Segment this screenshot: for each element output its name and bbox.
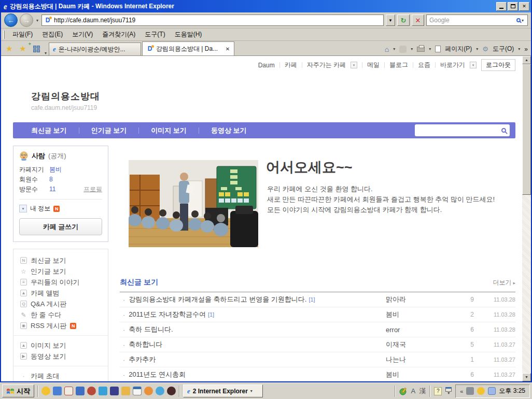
quicklaunch-icon-8[interactable] bbox=[121, 387, 130, 395]
tray-icon-3[interactable] bbox=[488, 387, 496, 395]
quicklaunch-icon-5[interactable] bbox=[87, 387, 96, 395]
link-cafe[interactable]: 카페 bbox=[285, 61, 297, 69]
tools-button[interactable]: 도구(O) bbox=[493, 45, 514, 53]
quicklaunch-icon-11[interactable] bbox=[156, 387, 164, 395]
search-input[interactable]: Google ▾ bbox=[426, 15, 528, 26]
stop-button[interactable]: ✕ bbox=[412, 15, 424, 26]
tab-onnara[interactable]: e 온-나라/이광순/예방안... bbox=[49, 42, 141, 55]
nav-popular-posts[interactable]: 인기글 보기 bbox=[79, 126, 139, 135]
sidebar-item-qna[interactable]: Q Q&A 게시판 bbox=[20, 298, 101, 309]
add-favorite-button[interactable]: ★+ bbox=[17, 42, 29, 55]
taskbar-button-ie-group[interactable]: e 2 Internet Explorer ▾ bbox=[183, 384, 263, 397]
menu-tools[interactable]: 도구(T) bbox=[140, 28, 170, 40]
post-author[interactable]: 맑아라 bbox=[386, 295, 448, 304]
my-info-toggle[interactable]: ▾ bbox=[19, 205, 27, 212]
rss-dropdown[interactable]: ▾ bbox=[411, 47, 413, 51]
tray-icon-2[interactable] bbox=[477, 387, 485, 395]
post-author[interactable]: 나는나 bbox=[386, 355, 448, 364]
rss-icon[interactable] bbox=[399, 46, 407, 53]
menu-help[interactable]: 도움말(H) bbox=[170, 28, 207, 40]
sidebar-item-popular[interactable]: ☆ 인기글 보기 bbox=[20, 266, 101, 277]
link-blog[interactable]: 블로그 bbox=[389, 61, 408, 69]
tab-cafe-active[interactable]: D 강림의용소방대 | Da... ✕ bbox=[142, 41, 234, 55]
quicklaunch-icon-3[interactable] bbox=[64, 387, 73, 395]
link-daum[interactable]: Daum bbox=[258, 62, 275, 69]
quick-tabs-button[interactable] bbox=[30, 42, 43, 55]
table-row[interactable]: · 2011년도 연시총회 봄비 6 11.03.27 bbox=[120, 367, 515, 381]
sidebar-item-image-view[interactable]: ▲ 이미지 보기 bbox=[20, 340, 101, 351]
frequent-cafe-dropdown[interactable]: ▾ bbox=[351, 62, 357, 68]
profile-link[interactable]: 프로필 bbox=[83, 184, 102, 194]
quicklaunch-icon-1[interactable] bbox=[41, 387, 50, 395]
table-row[interactable]: · 축하 드립니다. error 6 11.03.28 bbox=[120, 322, 515, 337]
print-icon[interactable] bbox=[417, 47, 425, 52]
owner-link[interactable]: 봄비 bbox=[49, 165, 62, 175]
refresh-button[interactable]: ↻ bbox=[397, 15, 410, 26]
ime-pen-icon[interactable] bbox=[399, 387, 408, 395]
scroll-up-button[interactable]: ▲ bbox=[522, 56, 531, 64]
post-author[interactable]: 봄비 bbox=[386, 370, 448, 379]
search-icon[interactable] bbox=[516, 18, 521, 22]
maximize-button[interactable] bbox=[508, 2, 518, 11]
table-row[interactable]: · 강림의용소방대 카페개설을 축하드리고 번영을 기원합니다.[1] 맑아라 … bbox=[120, 292, 515, 307]
favorites-center-button[interactable]: ★ bbox=[3, 42, 16, 55]
close-button[interactable]: ✕ bbox=[519, 2, 529, 11]
link-shortcut[interactable]: 바로가기 bbox=[440, 61, 465, 69]
sidebar-item-album[interactable]: ▲ 카페 앨범 bbox=[20, 288, 101, 298]
nav-videos[interactable]: 동영상 보기 bbox=[199, 126, 259, 135]
back-button[interactable]: ← bbox=[4, 13, 18, 27]
link-frequent-cafe[interactable]: 자주가는 카페 bbox=[307, 61, 346, 69]
sidebar-item-invite[interactable]: · 카페 초대 bbox=[20, 370, 101, 381]
tools-dropdown[interactable]: ▾ bbox=[518, 47, 520, 51]
ime-hanja-mode[interactable]: 漢 bbox=[419, 387, 426, 396]
sidebar-item-chat[interactable]: ✎ 한 줄 수다 bbox=[20, 309, 101, 320]
table-row[interactable]: · 추카추카 나는나 1 11.03.27 bbox=[120, 352, 515, 367]
nav-latest-posts[interactable]: 최신글 보기 bbox=[19, 126, 79, 135]
post-author[interactable]: error bbox=[386, 326, 448, 334]
quicklaunch-icon-6[interactable] bbox=[99, 387, 107, 395]
quicklaunch-icon-2[interactable] bbox=[53, 387, 62, 395]
ime-options[interactable]: ▾ bbox=[445, 387, 452, 395]
table-row[interactable]: · 축하합니다 이재국 5 11.03.27 bbox=[120, 337, 515, 352]
quicklaunch-icon-9[interactable] bbox=[133, 387, 142, 395]
home-icon[interactable]: ⌂ bbox=[385, 45, 389, 53]
cafe-search-input[interactable] bbox=[415, 124, 510, 136]
sidebar-item-video-view[interactable]: ▶ 동영상 보기 bbox=[20, 351, 101, 362]
cafe-search-icon[interactable] bbox=[501, 128, 506, 133]
table-row[interactable]: · 2011년도 자녀장학금수여[1] 봄비 2 11.03.28 bbox=[120, 307, 515, 322]
ime-alpha-mode[interactable]: A bbox=[411, 387, 416, 395]
link-mail[interactable]: 메일 bbox=[367, 61, 380, 69]
logout-button[interactable]: 로그아웃 bbox=[481, 59, 515, 71]
menu-view[interactable]: 보기(V) bbox=[67, 28, 97, 40]
tab-close-icon[interactable]: ✕ bbox=[225, 46, 230, 52]
menu-edit[interactable]: 편집(E) bbox=[37, 28, 67, 40]
nav-images[interactable]: 이미지 보기 bbox=[139, 126, 199, 135]
quicklaunch-icon-7[interactable] bbox=[110, 387, 119, 395]
write-post-button[interactable]: 카페 글쓰기 bbox=[19, 218, 102, 235]
menu-favorites[interactable]: 즐겨찾기(A) bbox=[97, 28, 140, 40]
tray-collapse-icon[interactable]: « bbox=[460, 388, 463, 394]
ime-help-icon[interactable]: ? bbox=[434, 387, 442, 395]
my-info-label[interactable]: 내 정보 bbox=[30, 204, 50, 213]
print-dropdown[interactable]: ▾ bbox=[429, 47, 431, 51]
scroll-down-button[interactable]: ▼ bbox=[522, 373, 531, 381]
sidebar-item-rss[interactable]: ◉ RSS 게시판 N bbox=[20, 320, 101, 331]
url-input[interactable]: D http://cafe.daum.net/jsuu7119 bbox=[41, 15, 384, 26]
menu-file[interactable]: 파일(F) bbox=[8, 28, 37, 40]
quicklaunch-icon-10[interactable] bbox=[144, 387, 153, 395]
vertical-scrollbar[interactable]: ▲ ▼ bbox=[522, 56, 531, 381]
tray-icon-1[interactable] bbox=[466, 387, 474, 395]
start-button[interactable]: 시작 bbox=[2, 384, 34, 397]
history-dropdown[interactable]: ▾ bbox=[35, 18, 39, 23]
tab-list-dropdown[interactable]: ▾ bbox=[44, 51, 48, 55]
minimize-button[interactable] bbox=[496, 2, 507, 11]
more-link[interactable]: 더보기 ▸ bbox=[493, 278, 515, 287]
post-author[interactable]: 이재국 bbox=[386, 340, 448, 349]
post-author[interactable]: 봄비 bbox=[386, 310, 448, 319]
shortcut-dropdown[interactable]: ▾ bbox=[470, 62, 477, 68]
page-dropdown[interactable]: ▾ bbox=[476, 47, 478, 51]
sidebar-item-latest[interactable]: N 최신글 보기 bbox=[20, 255, 101, 266]
toolbar-overflow-icon[interactable]: » bbox=[524, 46, 528, 53]
sidebar-item-our-story[interactable]: ≡ 우리들의 이야기 bbox=[20, 277, 101, 288]
quicklaunch-icon-4[interactable] bbox=[76, 387, 85, 395]
